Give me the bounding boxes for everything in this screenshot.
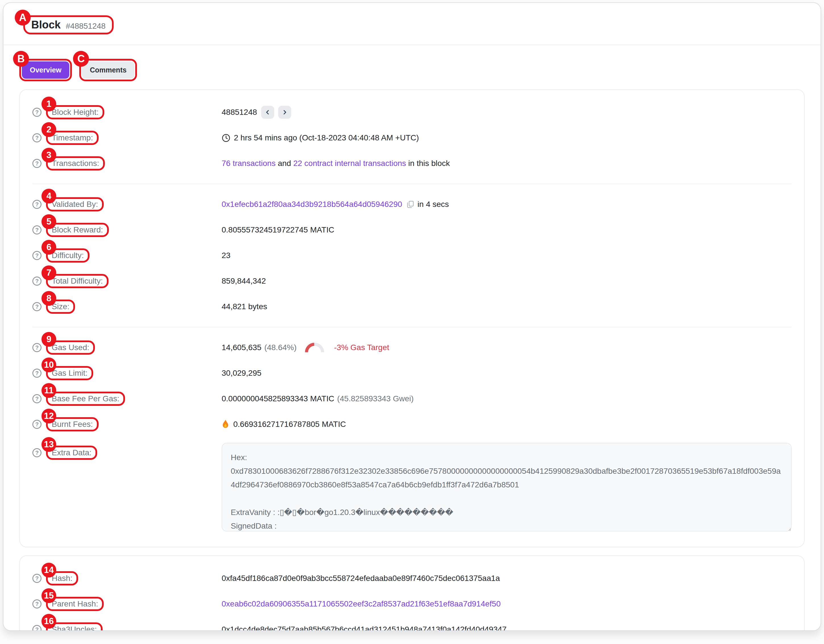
annotation-badge-9: 9 xyxy=(42,332,56,347)
annotation-badge-6: 6 xyxy=(42,240,56,255)
next-block-button[interactable] xyxy=(278,106,291,119)
row-transactions: ? 3 Transactions: 76 transactions and 22… xyxy=(32,151,792,176)
help-icon[interactable]: ? xyxy=(32,225,42,234)
validation-time: in 4 secs xyxy=(417,200,449,209)
row-label: Burnt Fees: xyxy=(52,420,93,429)
help-icon[interactable]: ? xyxy=(32,251,42,260)
annotation-badge-11: 11 xyxy=(42,383,56,398)
help-icon[interactable]: ? xyxy=(32,369,42,378)
tab-overview[interactable]: Overview xyxy=(22,61,69,79)
help-icon[interactable]: ? xyxy=(32,343,42,352)
gas-limit-value: 30,029,295 xyxy=(221,369,261,378)
annotation-badge-1: 1 xyxy=(42,97,56,111)
base-fee-value: 0.000000045825893343 MATIC xyxy=(221,394,334,403)
help-icon[interactable]: ? xyxy=(32,394,42,403)
help-icon[interactable]: ? xyxy=(32,448,42,457)
annotation-badge-12: 12 xyxy=(42,409,56,423)
annotation-box-14: 14 Hash: xyxy=(46,571,78,586)
help-icon[interactable]: ? xyxy=(32,625,42,631)
annotation-box-16: 16 Sha3Uncles: xyxy=(46,622,103,631)
text: and xyxy=(276,159,293,168)
sha3uncles-value: 0x1dcc4de8dec75d7aab85b567b6ccd41ad31245… xyxy=(221,625,507,631)
row-base-fee: ? 11 Base Fee Per Gas: 0.000000045825893… xyxy=(32,386,792,412)
block-reward-value: 0.805557324519722745 MATIC xyxy=(221,225,334,234)
row-gas-limit: ? 10 Gas Limit: 30,029,295 xyxy=(32,360,792,386)
text: in this block xyxy=(406,159,450,168)
help-icon[interactable]: ? xyxy=(32,277,42,286)
row-label: Validated By: xyxy=(52,200,98,209)
help-icon[interactable]: ? xyxy=(32,302,42,311)
annotation-box-2: 2 Timestamp: xyxy=(46,131,98,145)
base-fee-gwei: (45.825893343 Gwei) xyxy=(337,394,414,403)
help-icon[interactable]: ? xyxy=(32,108,42,117)
block-details-page: A Block #48851248 B Overview C Comments … xyxy=(3,2,821,631)
gas-used-percent: (48.64%) xyxy=(264,343,297,352)
annotation-box-8: 8 Size: xyxy=(46,300,75,314)
annotation-box-1: 1 Block Height: xyxy=(46,105,104,119)
row-label: Extra Data: xyxy=(52,448,91,457)
extra-data-textarea[interactable]: Hex: 0xd78301000683626f7288676f312e32302… xyxy=(221,443,792,532)
hash-value: 0xfa45df186ca87d0e0f9ab3bcc558724efedaab… xyxy=(221,574,500,583)
previous-block-button[interactable] xyxy=(261,106,274,119)
page-header: A Block #48851248 xyxy=(3,3,821,41)
gas-used-value: 14,605,635 xyxy=(221,343,261,352)
annotation-box-11: 11 Base Fee Per Gas: xyxy=(46,392,125,406)
tab-comments[interactable]: Comments xyxy=(82,61,134,79)
row-difficulty: ? 6 Difficulty: 23 xyxy=(32,243,792,268)
row-label: Gas Used: xyxy=(52,343,89,352)
row-label: Parent Hash: xyxy=(52,599,98,609)
help-icon[interactable]: ? xyxy=(32,574,42,583)
help-icon[interactable]: ? xyxy=(32,159,42,168)
page-title: Block xyxy=(31,19,60,31)
block-height-value: 48851248 xyxy=(221,108,257,117)
copy-icon[interactable] xyxy=(406,200,415,209)
annotation-badge-4: 4 xyxy=(42,189,56,203)
annotation-box-5: 5 Block Reward: xyxy=(46,223,109,237)
annotation-badge-14: 14 xyxy=(42,563,56,578)
transactions-link[interactable]: 76 transactions xyxy=(221,159,276,168)
clock-icon xyxy=(221,134,231,142)
annotation-box-15: 15 Parent Hash: xyxy=(46,597,104,611)
total-difficulty-value: 859,844,342 xyxy=(221,277,266,286)
row-label: Timestamp: xyxy=(52,133,93,142)
internal-transactions-link[interactable]: 22 contract internal transactions xyxy=(293,159,406,168)
help-icon[interactable]: ? xyxy=(32,200,42,209)
annotation-badge-8: 8 xyxy=(42,291,56,306)
row-label: Block Height: xyxy=(52,108,98,117)
row-validated-by: ? 4 Validated By: 0x1efecb61a2f80aa34d3b… xyxy=(32,192,792,217)
annotation-badge-b: B xyxy=(13,51,29,67)
annotation-badge-c: C xyxy=(73,51,89,67)
annotation-box-6: 6 Difficulty: xyxy=(46,248,89,263)
row-extra-data: ? 13 Extra Data: Hex: 0xd78301000683626f… xyxy=(32,437,792,537)
tab-bar: B Overview C Comments xyxy=(19,59,821,81)
annotation-badge-5: 5 xyxy=(42,214,56,229)
help-icon[interactable]: ? xyxy=(32,420,42,429)
validator-address-link[interactable]: 0x1efecb61a2f80aa34d3b9218b564a64d059462… xyxy=(221,200,402,209)
row-label: Size: xyxy=(52,302,69,311)
row-timestamp: ? 2 Timestamp: 2 hrs 54 mins ago (Oct-18… xyxy=(32,125,792,151)
row-parent-hash: ? 15 Parent Hash: 0xeab6c02da60906355a11… xyxy=(32,591,792,617)
chevron-right-icon xyxy=(282,109,287,115)
row-label: Difficulty: xyxy=(52,251,84,260)
block-number: #48851248 xyxy=(66,19,105,31)
annotation-box-c: C Comments xyxy=(79,59,137,81)
annotation-box-3: 3 Transactions: xyxy=(46,156,105,171)
annotation-box-4: 4 Validated By: xyxy=(46,197,104,211)
row-label: Transactions: xyxy=(52,159,99,168)
timestamp-value: 2 hrs 54 mins ago (Oct-18-2023 04:40:48 … xyxy=(234,133,419,142)
chevron-left-icon xyxy=(265,109,271,115)
annotation-badge-13: 13 xyxy=(42,437,56,452)
difficulty-value: 23 xyxy=(221,251,231,260)
section-divider xyxy=(32,184,792,184)
help-icon[interactable]: ? xyxy=(32,133,42,142)
help-icon[interactable]: ? xyxy=(32,599,42,609)
annotation-box-9: 9 Gas Used: xyxy=(46,340,95,355)
hashes-card: ? 14 Hash: 0xfa45df186ca87d0e0f9ab3bcc55… xyxy=(19,555,805,631)
gas-target-delta: -3% Gas Target xyxy=(334,343,389,352)
annotation-badge-7: 7 xyxy=(42,266,56,280)
row-label: Hash: xyxy=(52,574,72,583)
annotation-badge-2: 2 xyxy=(42,122,56,137)
row-label: Total Difficulty: xyxy=(52,277,103,286)
parent-hash-link[interactable]: 0xeab6c02da60906355a1171065502eef3c2af85… xyxy=(221,599,501,609)
size-value: 44,821 bytes xyxy=(221,302,267,311)
